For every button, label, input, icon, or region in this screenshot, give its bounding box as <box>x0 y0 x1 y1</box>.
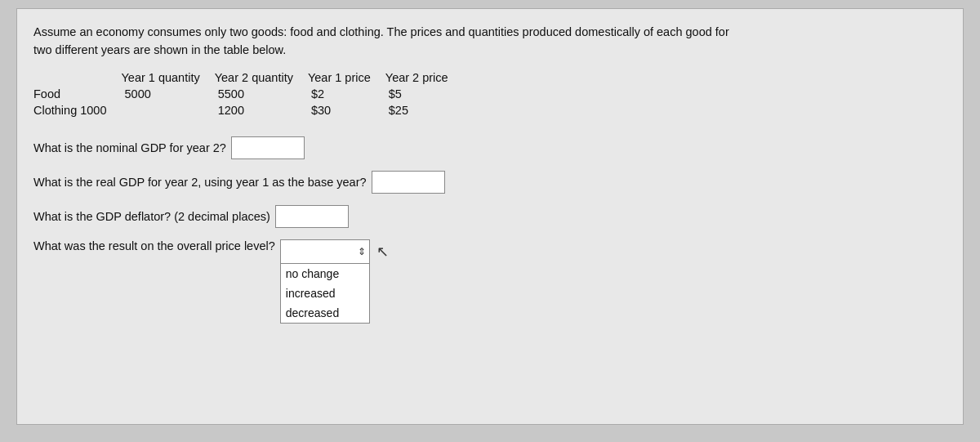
problem-line2: two different years are shown in the tab… <box>33 43 286 56</box>
table-header-row: Year 1 quantity Year 2 quantity Year 1 p… <box>33 71 463 86</box>
dropdown-list: no change increased decreased <box>280 264 370 324</box>
col-header-good <box>33 71 122 86</box>
table-row-food: Food 5000 5500 $2 $5 <box>33 86 463 102</box>
answer-box-q1[interactable] <box>231 136 305 159</box>
problem-line1: Assume an economy consumes only two good… <box>33 25 729 38</box>
food-qty2: 5500 <box>215 86 308 102</box>
dropdown-arrow-icon: ⇕ <box>358 246 366 257</box>
questions-section: What is the nominal GDP for year 2? What… <box>33 136 947 264</box>
question1-row: What is the nominal GDP for year 2? <box>33 136 947 159</box>
clothing-qty1 <box>122 102 215 118</box>
main-container: Assume an economy consumes only two good… <box>16 8 964 425</box>
clothing-qty2: 1200 <box>215 102 308 118</box>
question4-text: What was the result on the overall price… <box>33 239 275 252</box>
answer-box-q3[interactable] <box>275 205 349 228</box>
dropdown-option-no-change[interactable]: no change <box>281 264 369 284</box>
col-header-price2: Year 2 price <box>385 71 463 86</box>
food-label: Food <box>33 86 122 102</box>
food-qty1: 5000 <box>122 86 215 102</box>
data-table-section: Year 1 quantity Year 2 quantity Year 1 p… <box>33 71 947 118</box>
economics-table: Year 1 quantity Year 2 quantity Year 1 p… <box>33 71 463 118</box>
dropdown-option-increased[interactable]: increased <box>281 284 369 303</box>
clothing-price1: $30 <box>308 102 385 118</box>
question3-row: What is the GDP deflator? (2 decimal pla… <box>33 205 947 228</box>
col-header-price1: Year 1 price <box>308 71 385 86</box>
problem-description: Assume an economy consumes only two good… <box>33 24 947 60</box>
dropdown-trigger[interactable]: ⇕ <box>280 239 370 264</box>
clothing-price2: $25 <box>385 102 463 118</box>
table-row-clothing: Clothing 1000 1200 $30 $25 <box>33 102 463 118</box>
answer-box-q2[interactable] <box>372 171 445 194</box>
dropdown-area: ⇕ no change increased decreased ↖ <box>280 239 370 264</box>
question3-text: What is the GDP deflator? (2 decimal pla… <box>33 210 270 223</box>
question4-row: What was the result on the overall price… <box>33 239 947 264</box>
question1-text: What is the nominal GDP for year 2? <box>33 141 226 154</box>
dropdown-option-decreased[interactable]: decreased <box>281 303 369 323</box>
cursor-arrow-icon: ↖ <box>376 243 389 261</box>
question2-text: What is the real GDP for year 2, using y… <box>33 176 367 189</box>
col-header-qty2: Year 2 quantity <box>215 71 308 86</box>
food-price1: $2 <box>308 86 385 102</box>
question2-row: What is the real GDP for year 2, using y… <box>33 171 947 194</box>
food-price2: $5 <box>385 86 463 102</box>
col-header-qty1: Year 1 quantity <box>122 71 215 86</box>
clothing-label: Clothing 1000 <box>33 102 122 118</box>
